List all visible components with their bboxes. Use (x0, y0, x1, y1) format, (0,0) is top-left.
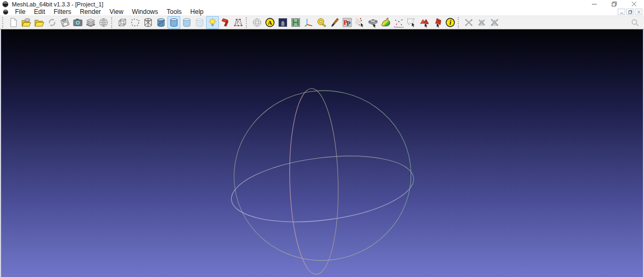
mdi-minimize-button[interactable] (618, 9, 625, 15)
tape-measure-button[interactable] (315, 16, 328, 29)
axes-icon (303, 17, 314, 28)
delete-vertices-button (463, 16, 475, 29)
colorize-bunny-button[interactable] (379, 16, 392, 29)
flat-icon (169, 17, 179, 28)
new-project-icon (8, 17, 19, 28)
meshlab-logo-icon (2, 1, 9, 8)
gl-viewport[interactable] (0, 29, 644, 277)
trackball-icon (252, 17, 262, 28)
import-mesh-icon (34, 17, 45, 28)
quality-mapper-button[interactable]: PP (341, 16, 354, 29)
align-mesh-button[interactable] (367, 16, 379, 29)
trackball-horizontal-ellipse (228, 147, 418, 231)
restore-button[interactable] (604, 0, 624, 8)
window-title: MeshLab_64bit v1.3.3 - [Project_1] (12, 1, 104, 8)
reload-mesh-icon (47, 17, 57, 28)
menubar: File Edit Filters Render View Windows To… (0, 8, 644, 16)
environment-map-button[interactable] (289, 16, 302, 29)
select-faces-button[interactable] (418, 16, 431, 29)
snapshot-button[interactable] (71, 16, 84, 29)
info-icon: i (445, 17, 456, 28)
trackball-outer-circle (223, 79, 422, 272)
titlebar: MeshLab_64bit v1.3.3 - [Project_1] (0, 0, 644, 8)
mdi-restore-button[interactable] (626, 9, 634, 15)
align-points-button[interactable] (354, 16, 367, 29)
reference-scene-button[interactable]: Reference (392, 16, 405, 29)
menu-help[interactable]: Help (186, 8, 208, 16)
toolbar-grip[interactable] (246, 17, 248, 28)
menu-windows[interactable]: Windows (128, 8, 163, 16)
menu-filters[interactable]: Filters (49, 8, 76, 16)
flat-button[interactable] (167, 16, 180, 29)
minimize-icon (592, 2, 597, 6)
filter-search-button[interactable] (629, 17, 641, 28)
bounding-box-button[interactable] (116, 16, 129, 29)
align-mesh-icon (368, 17, 378, 28)
toolbar-grip[interactable] (458, 17, 460, 28)
close-button[interactable] (624, 0, 644, 8)
mdi-close-button[interactable] (635, 9, 642, 15)
points-icon (130, 17, 141, 28)
minimize-button[interactable] (584, 0, 604, 8)
axes-button[interactable] (302, 16, 315, 29)
restore-icon (612, 2, 617, 6)
menu-view[interactable]: View (105, 8, 128, 16)
environment-map-icon (290, 17, 301, 28)
select-rect-icon (406, 17, 417, 28)
delete-faces-button (475, 16, 488, 29)
flat-lines-button[interactable] (155, 16, 167, 29)
flat-lines-icon (156, 17, 166, 28)
reload-mesh-button[interactable] (46, 16, 58, 29)
smooth-button[interactable] (180, 16, 193, 29)
svg-text:A: A (268, 19, 272, 26)
delete-vertices-icon (464, 17, 474, 28)
text-label-icon: A (265, 17, 275, 28)
toolbar-grip[interactable] (111, 17, 114, 28)
new-project-button[interactable] (7, 16, 20, 29)
open-project-icon (21, 17, 32, 28)
edges-vertices-button[interactable] (232, 16, 245, 29)
select-rect-button[interactable] (405, 16, 418, 29)
menu-file[interactable]: File (11, 8, 30, 16)
text-label-button[interactable]: A (264, 16, 276, 29)
bounding-box-icon (117, 17, 128, 28)
select-connected-button[interactable] (431, 16, 444, 29)
menu-render[interactable]: Render (76, 8, 105, 16)
open-project-button[interactable] (20, 16, 33, 29)
trackball-sphere (1, 29, 643, 277)
edges-vertices-icon (233, 17, 244, 28)
show-layers-icon (85, 17, 96, 28)
reference-scene-icon (393, 17, 404, 28)
web-globe-icon (98, 17, 109, 28)
light-button[interactable] (206, 16, 219, 29)
select-connected-icon (432, 17, 443, 28)
toolbar-grip[interactable] (2, 17, 5, 28)
points-button[interactable] (129, 16, 142, 29)
info-button[interactable]: i (444, 16, 457, 29)
search-icon (631, 18, 640, 27)
trackball-button[interactable] (251, 16, 264, 29)
mdi-minimize-icon (620, 10, 624, 14)
project-window-icon[interactable] (3, 9, 9, 15)
import-mesh-button[interactable] (33, 16, 46, 29)
texture-button[interactable] (193, 16, 206, 29)
smooth-icon (181, 17, 192, 28)
background-env-button[interactable] (276, 16, 289, 29)
mdi-restore-icon (628, 10, 632, 14)
export-mesh-button[interactable] (58, 16, 71, 29)
backface-culling-button[interactable] (219, 16, 232, 29)
delete-faces-icon (477, 17, 487, 28)
close-icon (632, 2, 636, 6)
menu-tools[interactable]: Tools (163, 8, 186, 16)
select-faces-icon (419, 17, 430, 28)
web-globe-button[interactable] (97, 16, 110, 29)
meshlab-window: MeshLab_64bit v1.3.3 - [Project_1] File … (0, 0, 644, 277)
export-mesh-icon (60, 17, 70, 28)
toolbar-groups: APPReferencei (1, 16, 501, 29)
show-layers-button[interactable] (84, 16, 97, 29)
backface-culling-icon (220, 17, 231, 28)
wireframe-icon (143, 17, 153, 28)
wireframe-button[interactable] (142, 16, 155, 29)
paintbrush-button[interactable] (328, 16, 341, 29)
menu-edit[interactable]: Edit (30, 8, 49, 16)
